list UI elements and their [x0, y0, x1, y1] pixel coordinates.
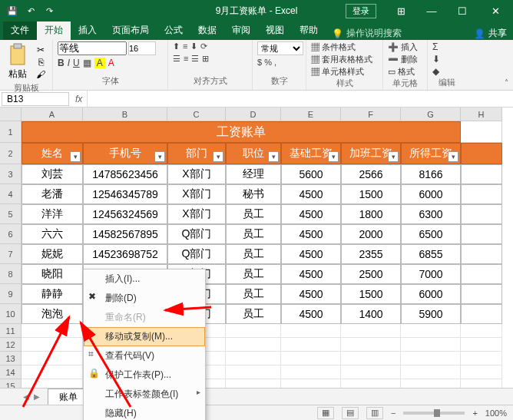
data-cell[interactable]: 1500 [341, 184, 401, 204]
data-cell[interactable] [461, 264, 502, 284]
data-cell[interactable] [401, 365, 461, 379]
tab-review[interactable]: 审阅 [224, 21, 258, 40]
row-header[interactable]: 7 [0, 244, 22, 264]
data-cell[interactable]: 2355 [341, 244, 401, 264]
data-cell[interactable] [461, 352, 502, 365]
data-cell[interactable] [226, 338, 281, 352]
data-cell[interactable] [22, 324, 83, 338]
col-header[interactable]: F [341, 107, 401, 121]
fill-color-button[interactable]: A [94, 58, 105, 68]
col-header[interactable]: D [226, 107, 281, 121]
font-name-input[interactable] [58, 41, 127, 55]
ribbon-options-button[interactable]: ⊞ [386, 0, 416, 21]
data-cell[interactable]: 12546345789 [83, 184, 167, 204]
data-cell[interactable]: 14785623456 [83, 164, 167, 184]
data-cell[interactable] [341, 338, 401, 352]
filter-button[interactable]: ▾ [154, 151, 165, 162]
data-cell[interactable] [226, 365, 281, 379]
header-cell[interactable]: 姓名▾ [22, 143, 83, 164]
orientation-button[interactable]: ⟳ [200, 41, 207, 51]
align-center-button[interactable]: ≡ [184, 54, 188, 64]
fx-icon[interactable]: fx [71, 94, 87, 104]
conditional-format-button[interactable]: ▦ 条件格式 [311, 41, 356, 53]
data-cell[interactable] [22, 352, 83, 365]
normal-view-button[interactable]: ▦ [317, 407, 334, 419]
data-cell[interactable]: 妮妮 [22, 244, 83, 264]
cut-button[interactable]: ✂ [34, 45, 48, 55]
header-cell[interactable] [461, 143, 502, 164]
data-cell[interactable]: 2500 [341, 264, 401, 284]
data-cell[interactable]: 12456324569 [83, 204, 167, 224]
data-cell[interactable]: 泡泡 [22, 304, 83, 324]
column-headers[interactable]: A B C D E F G H [22, 107, 513, 121]
italic-button[interactable]: I [68, 58, 70, 68]
row-header[interactable]: 3 [0, 164, 22, 184]
row-header[interactable]: 6 [0, 224, 22, 244]
data-cell[interactable] [461, 284, 502, 304]
data-cell[interactable]: 8166 [401, 164, 461, 184]
data-cell[interactable]: 六六 [22, 224, 83, 244]
delete-cells-button[interactable]: ➖ 删除 [388, 54, 418, 65]
row-header[interactable]: 2 [0, 143, 22, 164]
copy-button[interactable]: ⎘ [34, 57, 48, 68]
data-cell[interactable] [341, 352, 401, 365]
align-right-button[interactable]: ☰ [191, 54, 199, 64]
data-cell[interactable] [401, 324, 461, 338]
data-cell[interactable]: 工资账单 [22, 121, 461, 143]
filter-button[interactable]: ▾ [213, 151, 223, 162]
filter-button[interactable]: ▾ [328, 151, 339, 162]
row-header[interactable]: 5 [0, 204, 22, 224]
data-cell[interactable]: 晓阳 [22, 264, 83, 284]
tab-data[interactable]: 数据 [190, 21, 224, 40]
tab-help[interactable]: 帮助 [292, 21, 326, 40]
insert-cells-button[interactable]: ➕ 插入 [388, 41, 418, 53]
row-header[interactable]: 4 [0, 184, 22, 204]
data-cell[interactable]: 5900 [401, 304, 461, 324]
zoom-in-button[interactable]: + [472, 408, 477, 418]
data-cell[interactable] [281, 338, 341, 352]
data-cell[interactable]: 洋洋 [22, 204, 83, 224]
row-header[interactable]: 10 [0, 304, 22, 324]
filter-button[interactable]: ▾ [448, 151, 458, 162]
row-header[interactable]: 9 [0, 284, 22, 304]
login-button[interactable]: 登录 [346, 4, 376, 18]
col-header[interactable]: G [401, 107, 461, 121]
tab-page-layout[interactable]: 页面布局 [104, 21, 157, 40]
data-cell[interactable] [226, 324, 281, 338]
col-header[interactable]: A [22, 107, 83, 121]
data-cell[interactable] [461, 304, 502, 324]
page-break-button[interactable]: ▥ [366, 407, 383, 419]
data-cell[interactable]: 员工 [226, 264, 281, 284]
data-cell[interactable]: Q部门 [167, 224, 226, 244]
redo-button[interactable]: ↷ [41, 3, 57, 18]
data-cell[interactable] [401, 352, 461, 365]
menu-view-code[interactable]: ⌗查看代码(V) [84, 346, 205, 365]
menu-hide[interactable]: 隐藏(H) [84, 404, 205, 420]
cell-styles-button[interactable]: ▦ 单元格样式 [311, 66, 364, 78]
data-cell[interactable]: 4500 [281, 224, 341, 244]
paste-button[interactable]: 粘贴 [5, 41, 31, 82]
data-cell[interactable]: 4500 [281, 264, 341, 284]
menu-tab-color[interactable]: 工作表标签颜色(I) [84, 385, 205, 404]
data-cell[interactable]: 6500 [401, 224, 461, 244]
menu-insert[interactable]: 插入(I)... [84, 270, 205, 289]
data-cell[interactable]: 员工 [226, 224, 281, 244]
percent-button[interactable]: % [264, 58, 272, 67]
data-cell[interactable] [461, 164, 502, 184]
bold-button[interactable]: B [58, 58, 65, 68]
data-cell[interactable] [461, 338, 502, 352]
underline-button[interactable]: U [73, 58, 80, 68]
col-header[interactable]: H [461, 107, 502, 121]
header-cell[interactable]: 职位▾ [226, 143, 281, 164]
tab-insert[interactable]: 插入 [71, 21, 104, 40]
data-cell[interactable] [461, 365, 502, 379]
collapse-ribbon-button[interactable]: ˄ [505, 78, 508, 87]
data-cell[interactable]: 4500 [281, 204, 341, 224]
data-cell[interactable]: Q部门 [167, 244, 226, 264]
data-cell[interactable] [461, 244, 502, 264]
border-button[interactable]: ▦ [83, 58, 91, 68]
row-header[interactable]: 13 [0, 352, 22, 365]
autosum-button[interactable]: Σ [432, 41, 438, 52]
merge-button[interactable]: ⊞ [202, 54, 209, 64]
row-header[interactable]: 11 [0, 324, 22, 338]
